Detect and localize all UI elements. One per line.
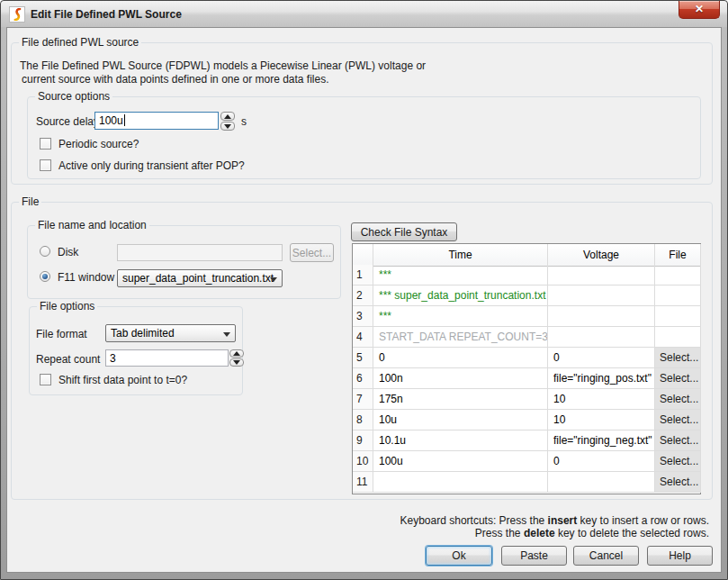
cell-time[interactable]: 100u <box>373 451 548 472</box>
source-delay-label: Source delay <box>36 115 99 128</box>
f11-window-radio[interactable] <box>40 271 50 282</box>
cell-file-empty <box>655 306 701 327</box>
row-number: 3 <box>353 306 373 327</box>
periodic-source-checkbox[interactable] <box>40 138 51 150</box>
cell-time[interactable]: *** <box>373 306 548 327</box>
title-bar[interactable]: Edit File Defined PWL Source ✕ <box>1 1 727 27</box>
cell-file-empty <box>655 327 701 348</box>
row-number: 7 <box>353 389 373 410</box>
header-corner <box>353 244 373 267</box>
row-number: 11 <box>353 472 373 493</box>
row-number: 2 <box>353 285 373 306</box>
cell-time[interactable]: *** super_data_point_truncation.txt <box>373 285 548 306</box>
source-delay-unit: s <box>241 115 247 128</box>
cell-file-select-button[interactable]: Select... <box>655 451 701 472</box>
cell-voltage[interactable]: file="ringing_pos.txt" <box>548 368 655 389</box>
check-file-syntax-button[interactable]: Check File Syntax <box>351 222 457 241</box>
active-pop-checkbox[interactable] <box>40 159 51 171</box>
repeat-count-input[interactable]: 3 <box>105 349 229 367</box>
row-number: 6 <box>353 368 373 389</box>
cell-time[interactable]: START_DATA REPEAT_COUNT=3 <box>373 327 548 348</box>
cell-file-select-button[interactable]: Select... <box>655 348 701 368</box>
header-voltage[interactable]: Voltage <box>548 244 655 267</box>
cell-file-empty <box>655 265 701 285</box>
file-format-label: File format <box>36 328 87 340</box>
ok-button[interactable]: Ok <box>426 546 492 566</box>
close-button[interactable]: ✕ <box>679 1 720 19</box>
shift-first-point-label: Shift first data point to t=0? <box>58 374 187 386</box>
row-number: 8 <box>353 410 373 430</box>
cell-voltage[interactable]: 0 <box>548 451 655 472</box>
cell-voltage[interactable]: 10 <box>548 410 655 430</box>
edit-fdpwl-dialog: Edit File Defined PWL Source ✕ File defi… <box>0 0 728 580</box>
group-title: File defined PWL source <box>19 36 141 49</box>
cell-time[interactable] <box>373 472 548 493</box>
cell-voltage[interactable] <box>548 472 655 493</box>
cell-voltage[interactable]: 0 <box>548 348 655 368</box>
disk-path-input[interactable] <box>117 244 283 261</box>
cell-file-select-button[interactable]: Select... <box>655 472 701 493</box>
cell-file-select-button[interactable]: Select... <box>655 430 701 451</box>
shortcut-line-2: Press the delete key to delete the selec… <box>400 527 710 539</box>
repeat-count-label: Repeat count <box>36 353 100 366</box>
header-file[interactable]: File <box>655 244 701 267</box>
arrow-up-icon <box>224 114 231 119</box>
cell-voltage[interactable] <box>548 265 655 285</box>
cell-file-select-button[interactable]: Select... <box>655 410 701 430</box>
source-delay-spinner <box>220 112 235 131</box>
paste-button[interactable]: Paste <box>501 546 567 566</box>
active-pop-label: Active only during transient after POP? <box>58 159 245 172</box>
spin-down-button[interactable] <box>220 122 235 131</box>
cell-voltage[interactable]: file="ringing_neg.txt" <box>548 430 655 451</box>
f11-file-dropdown[interactable]: super_data_point_truncation.txt <box>117 269 283 287</box>
cell-time[interactable]: 10.1u <box>373 430 548 451</box>
cell-time[interactable]: 100n <box>373 368 548 389</box>
description-line1: The File Defined PWL Source (FDPWL) mode… <box>20 59 426 72</box>
cell-time[interactable]: 0 <box>373 348 548 368</box>
shift-first-point-checkbox[interactable] <box>40 374 51 385</box>
arrow-up-icon <box>233 351 240 356</box>
source-delay-input[interactable]: 100u <box>94 112 219 130</box>
description-line2: current source with data points defined … <box>22 73 329 86</box>
keyboard-shortcuts-note: Keyboard shortcuts: Press the insert key… <box>400 514 710 539</box>
spin-up-button[interactable] <box>229 349 244 358</box>
row-number: 10 <box>353 451 373 472</box>
spin-up-button[interactable] <box>220 112 235 121</box>
row-number: 5 <box>353 348 373 368</box>
pwl-data-table: Time Voltage File 1***2*** super_data_po… <box>352 243 701 494</box>
window-title: Edit File Defined PWL Source <box>31 8 182 21</box>
arrow-down-icon <box>233 360 240 365</box>
group-title: File <box>19 195 41 208</box>
cell-voltage[interactable] <box>548 306 655 327</box>
disk-radio-label: Disk <box>58 246 78 258</box>
cell-file-empty <box>655 285 701 306</box>
row-number: 9 <box>353 430 373 451</box>
group-title: Source options <box>35 90 112 103</box>
cell-file-select-button[interactable]: Select... <box>655 389 701 410</box>
disk-radio[interactable] <box>40 246 50 257</box>
simetrix-app-icon <box>9 6 25 23</box>
chevron-down-icon <box>270 277 277 282</box>
row-number: 1 <box>353 265 373 285</box>
cell-voltage[interactable]: 10 <box>548 389 655 410</box>
cell-time[interactable]: 175n <box>373 389 548 410</box>
cell-voltage[interactable] <box>548 285 655 306</box>
cell-time[interactable]: *** <box>373 265 548 285</box>
group-title: File name and location <box>35 219 149 231</box>
cancel-button[interactable]: Cancel <box>573 546 639 566</box>
header-time[interactable]: Time <box>373 244 548 267</box>
cell-voltage[interactable] <box>548 327 655 348</box>
periodic-source-label: Periodic source? <box>58 138 139 150</box>
row-number: 4 <box>353 327 373 348</box>
disk-select-button[interactable]: Select... <box>290 243 334 262</box>
repeat-count-spinner <box>229 349 244 367</box>
spin-down-button[interactable] <box>229 358 244 367</box>
cell-file-select-button[interactable]: Select... <box>655 368 701 389</box>
cell-time[interactable]: 10u <box>373 410 548 430</box>
help-button[interactable]: Help <box>647 546 713 566</box>
dialog-body: File defined PWL source The File Defined… <box>6 27 722 573</box>
shortcut-line-1: Keyboard shortcuts: Press the insert key… <box>400 514 710 527</box>
file-format-dropdown[interactable]: Tab delimited <box>105 324 236 342</box>
arrow-down-icon <box>224 124 231 129</box>
group-file-name-location: File name and location <box>27 225 341 299</box>
